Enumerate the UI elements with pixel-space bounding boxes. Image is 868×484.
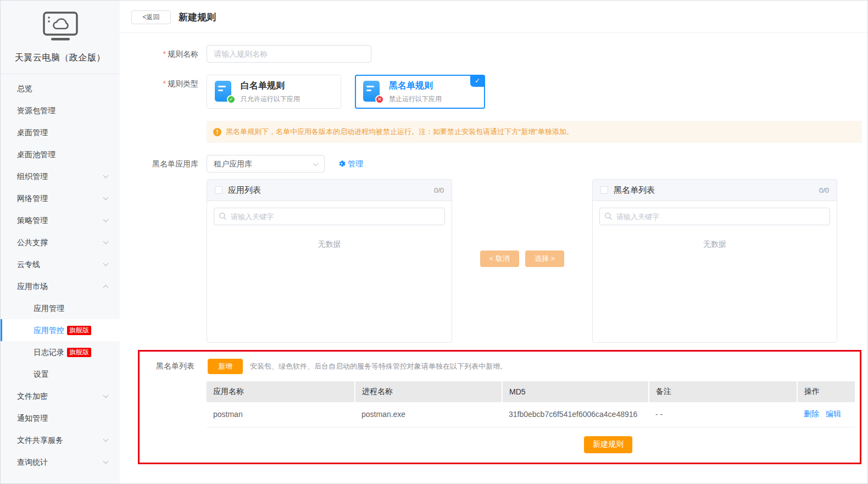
app-list-search-input[interactable] [214, 208, 445, 225]
sidebar-item-desktop-mgmt[interactable]: 桌面管理 [1, 121, 120, 143]
check-badge-icon: ✓ [227, 95, 236, 104]
rule-name-label: *规则名称 [120, 45, 198, 63]
whitelist-card-subtitle: 只允许运行以下应用 [241, 94, 300, 104]
sidebar-item-app-control[interactable]: 应用管控旗舰版 [1, 319, 120, 341]
blacklist-count: 0/0 [819, 186, 829, 194]
flagship-badge: 旗舰版 [67, 326, 91, 335]
warning-banner: ! 黑名单规则下，名单中应用各版本的启动进程均被禁止运行。注：如要禁止安装包请通… [207, 121, 862, 143]
blacklist-search-input[interactable] [599, 208, 830, 225]
selected-check-icon: ✓ [470, 75, 485, 87]
rule-type-row: *规则类型 ✓ 白名单规则 只允许运行以下应用 ✕ [120, 75, 867, 109]
manage-link[interactable]: 管理 [338, 155, 363, 173]
transfer-select-button[interactable]: 选择 > [525, 251, 564, 267]
table-header-row: 应用名称 进程名称 MD5 备注 操作 [207, 381, 855, 402]
chevron-down-icon [103, 459, 109, 464]
app-list-count: 0/0 [434, 186, 444, 194]
app-list-panel: 应用列表 0/0 无数据 [207, 179, 452, 343]
whitelist-doc-icon: ✓ [215, 81, 233, 103]
submit-row: 新建规则 [207, 436, 855, 453]
sidebar-item-file-encryption[interactable]: 文件加密 [1, 385, 120, 407]
sidebar-item-log-record[interactable]: 日志记录旗舰版 [1, 341, 120, 363]
edit-link[interactable]: 编辑 [826, 409, 841, 418]
manage-link-label: 管理 [348, 155, 363, 173]
annotation-red-box: 黑名单列表 新增 安装包、绿色软件、后台自启动的服务等特殊管控对象请单独在以下列… [138, 350, 861, 464]
search-icon [219, 212, 227, 220]
sidebar-item-policy-mgmt[interactable]: 策略管理 [1, 209, 120, 231]
blacklist-card-subtitle: 禁止运行以下应用 [389, 94, 442, 104]
app-list-title: 应用列表 [228, 185, 261, 196]
chevron-down-icon [103, 217, 109, 222]
blacklist-panel: 黑名单列表 0/0 无数据 [592, 179, 837, 343]
app-library-row: 黑名单应用库 租户应用库 管理 [120, 155, 867, 173]
blacklist-card-title: 黑名单规则 [389, 80, 442, 92]
column-header-process-name: 进程名称 [355, 381, 502, 402]
sidebar-item-desktop-pool-mgmt[interactable]: 桌面池管理 [1, 143, 120, 165]
blacklist-empty-text: 无数据 [593, 240, 837, 249]
warning-text: 黑名单规则下，名单中应用各版本的启动进程均被禁止运行。注：如要禁止安装包请通过下… [226, 127, 574, 137]
blacklist-section-hint: 安装包、绿色软件、后台自启动的服务等特殊管控对象请单独在以下列表中新增。 [250, 361, 507, 371]
column-header-remark: 备注 [649, 381, 797, 402]
brand-title: 天翼云电脑（政企版） [1, 52, 120, 64]
transfer-buttons: < 取消 选择 > [452, 179, 592, 343]
app-window: 天翼云电脑（政企版） 总览 资源包管理 桌面管理 桌面池管理 组织管理 网络管理… [0, 0, 868, 484]
sidebar-item-settings[interactable]: 设置 [1, 363, 120, 385]
column-header-md5: MD5 [502, 381, 649, 402]
page-header: <返回 新建规则 [120, 1, 867, 24]
back-button[interactable]: <返回 [131, 10, 171, 24]
column-header-actions: 操作 [797, 381, 855, 402]
blacklist-section-header: 黑名单列表 新增 安装包、绿色软件、后台自启动的服务等特殊管控对象请单独在以下列… [156, 359, 860, 374]
transfer-widget: 应用列表 0/0 无数据 < 取消 选择 > 黑名单列表 0/0 [207, 179, 867, 343]
sidebar-menu: 总览 资源包管理 桌面管理 桌面池管理 组织管理 网络管理 策略管理 公共支撑 … [1, 74, 120, 473]
chevron-down-icon [103, 437, 109, 442]
chevron-up-icon [103, 285, 109, 291]
sidebar-item-file-sharing-service[interactable]: 文件共享服务 [1, 429, 120, 451]
gear-icon [338, 160, 346, 168]
transfer-cancel-button[interactable]: < 取消 [480, 251, 519, 267]
chevron-down-icon [313, 161, 319, 166]
app-list-empty-text: 无数据 [207, 240, 452, 249]
divider [120, 32, 867, 33]
cell-app-name: postman [207, 402, 355, 427]
delete-link[interactable]: 删除 [804, 409, 819, 418]
blacklist-doc-icon: ✕ [363, 81, 382, 103]
app-library-label: 黑名单应用库 [120, 155, 198, 173]
sidebar: 天翼云电脑（政企版） 总览 资源包管理 桌面管理 桌面池管理 组织管理 网络管理… [1, 1, 120, 483]
main-content: <返回 新建规则 *规则名称 *规则类型 ✓ 白名单规则 [120, 1, 867, 483]
blacklist-checkbox[interactable] [600, 186, 608, 194]
sidebar-item-overview[interactable]: 总览 [1, 77, 120, 99]
sidebar-item-public-support[interactable]: 公共支撑 [1, 231, 120, 253]
column-header-app-name: 应用名称 [207, 381, 355, 402]
cell-md5: 31fb0ebcb7c6f541ef6006ca4ce48916 [502, 402, 649, 427]
blacklist-table: 应用名称 进程名称 MD5 备注 操作 postman postman.exe … [207, 381, 855, 427]
app-library-selected-value: 租户应用库 [214, 159, 252, 168]
create-rule-button[interactable]: 新建规则 [584, 436, 632, 453]
sidebar-item-app-mgmt[interactable]: 应用管理 [1, 297, 120, 319]
add-button[interactable]: 新增 [208, 359, 243, 374]
sidebar-item-cloud-dedicated-line[interactable]: 云专线 [1, 253, 120, 275]
cell-process-name: postman.exe [355, 402, 502, 427]
chevron-down-icon [103, 195, 109, 201]
blacklist-rule-card[interactable]: ✕ 黑名单规则 禁止运行以下应用 ✓ [355, 75, 485, 109]
sidebar-item-resource-package[interactable]: 资源包管理 [1, 99, 120, 121]
sidebar-item-app-market[interactable]: 应用市场 [1, 275, 120, 297]
rule-type-label: *规则类型 [120, 75, 198, 109]
brand: 天翼云电脑（政企版） [1, 1, 120, 74]
blacklist-panel-title: 黑名单列表 [614, 185, 655, 196]
app-library-select[interactable]: 租户应用库 [207, 155, 325, 173]
sidebar-item-notification-mgmt[interactable]: 通知管理 [1, 407, 120, 429]
cloud-pc-logo-icon [42, 12, 79, 41]
flagship-badge: 旗舰版 [67, 348, 91, 357]
sidebar-item-network-mgmt[interactable]: 网络管理 [1, 187, 120, 209]
rule-name-input[interactable] [207, 45, 371, 63]
app-list-checkbox[interactable] [215, 186, 222, 194]
sidebar-item-query-statistics[interactable]: 查询统计 [1, 451, 120, 473]
whitelist-card-title: 白名单规则 [241, 80, 300, 92]
table-row: postman postman.exe 31fb0ebcb7c6f541ef60… [207, 402, 855, 427]
sidebar-item-org-mgmt[interactable]: 组织管理 [1, 165, 120, 187]
blacklist-section-label: 黑名单列表 [156, 361, 200, 371]
rule-name-row: *规则名称 [120, 45, 867, 63]
chevron-down-icon [103, 261, 109, 266]
chevron-down-icon [103, 239, 109, 244]
whitelist-rule-card[interactable]: ✓ 白名单规则 只允许运行以下应用 [207, 75, 341, 109]
warning-icon: ! [213, 128, 221, 136]
